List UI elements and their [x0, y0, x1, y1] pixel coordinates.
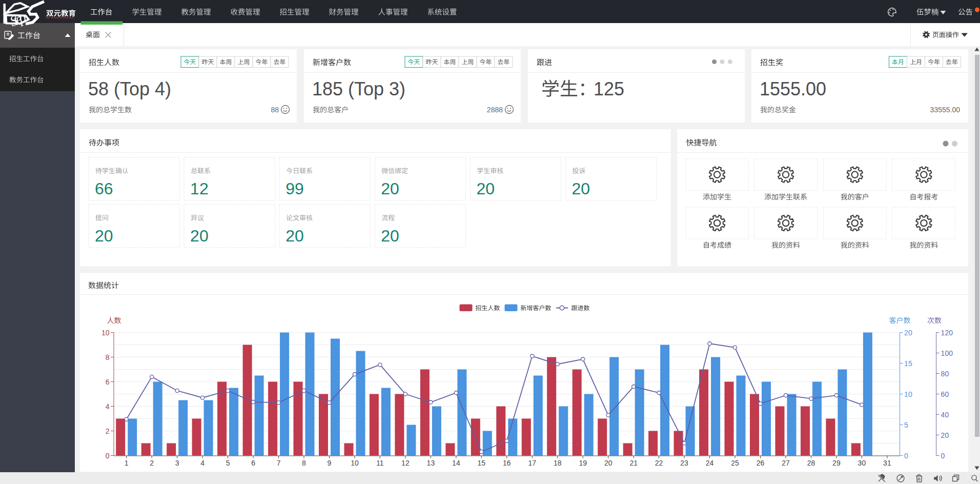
svg-text:25: 25 — [731, 459, 739, 467]
svg-text:20: 20 — [604, 459, 612, 467]
svg-text:7: 7 — [277, 459, 281, 467]
svg-text:20: 20 — [95, 227, 113, 245]
svg-text:125: 125 — [594, 78, 624, 99]
svg-text:8: 8 — [106, 353, 110, 361]
svg-text:185 (Top 3): 185 (Top 3) — [312, 78, 405, 99]
svg-text:16: 16 — [503, 459, 511, 467]
svg-text:60: 60 — [941, 390, 949, 398]
svg-text:66: 66 — [95, 179, 113, 198]
svg-text:9: 9 — [328, 459, 332, 467]
svg-text:4: 4 — [200, 459, 205, 467]
svg-text:20: 20 — [285, 227, 304, 245]
svg-text:21: 21 — [629, 459, 638, 467]
svg-text:28: 28 — [807, 459, 815, 467]
svg-text:33555.00: 33555.00 — [930, 106, 961, 114]
svg-text:88: 88 — [271, 106, 279, 114]
svg-text:1: 1 — [125, 459, 129, 467]
svg-text:0: 0 — [904, 452, 908, 460]
svg-text:99: 99 — [285, 179, 304, 198]
svg-text:2888: 2888 — [487, 106, 503, 114]
svg-text:2: 2 — [106, 427, 110, 435]
svg-text:12: 12 — [401, 459, 410, 467]
svg-text:10: 10 — [904, 390, 912, 398]
svg-text:20: 20 — [904, 329, 912, 337]
svg-text:15: 15 — [904, 359, 912, 368]
svg-text:20: 20 — [190, 227, 209, 245]
svg-text:26: 26 — [757, 459, 765, 467]
svg-text:14: 14 — [452, 459, 460, 467]
svg-text:6: 6 — [251, 459, 255, 467]
svg-text:0: 0 — [106, 452, 110, 460]
svg-text:80: 80 — [941, 370, 949, 378]
svg-text:29: 29 — [832, 459, 841, 467]
svg-text:58 (Top 4): 58 (Top 4) — [88, 78, 171, 99]
svg-text:20: 20 — [381, 179, 399, 198]
svg-text:120: 120 — [941, 329, 953, 337]
svg-text:2: 2 — [150, 459, 154, 467]
svg-text:31: 31 — [883, 459, 891, 467]
svg-text:10: 10 — [351, 459, 359, 467]
svg-text:18: 18 — [554, 459, 562, 467]
svg-text:5: 5 — [904, 421, 908, 429]
svg-text:20: 20 — [941, 431, 949, 439]
svg-text:10: 10 — [101, 329, 110, 337]
svg-text:19: 19 — [579, 459, 587, 467]
svg-text:1555.00: 1555.00 — [760, 78, 826, 99]
svg-text:30: 30 — [858, 459, 866, 467]
svg-text:4: 4 — [106, 402, 110, 411]
svg-text:5: 5 — [226, 459, 230, 467]
svg-text:22: 22 — [655, 459, 663, 467]
svg-text:27: 27 — [782, 459, 790, 467]
svg-text:3: 3 — [175, 459, 179, 467]
svg-text:8: 8 — [302, 459, 306, 467]
svg-text:100: 100 — [941, 349, 953, 357]
svg-text:20: 20 — [572, 179, 590, 198]
svg-text:11: 11 — [376, 459, 384, 467]
svg-text:20: 20 — [381, 227, 399, 245]
svg-text:13: 13 — [427, 459, 435, 467]
svg-text:BS Vocational Education: BS Vocational Education — [46, 16, 74, 19]
svg-text:17: 17 — [528, 459, 537, 467]
svg-text:6: 6 — [106, 378, 110, 386]
svg-text:40: 40 — [941, 411, 949, 419]
svg-text:15: 15 — [478, 459, 486, 467]
svg-text:24: 24 — [706, 459, 714, 467]
svg-text:12: 12 — [190, 179, 209, 198]
svg-text:0: 0 — [941, 452, 945, 460]
svg-text:23: 23 — [680, 459, 688, 467]
svg-text:20: 20 — [476, 179, 495, 198]
